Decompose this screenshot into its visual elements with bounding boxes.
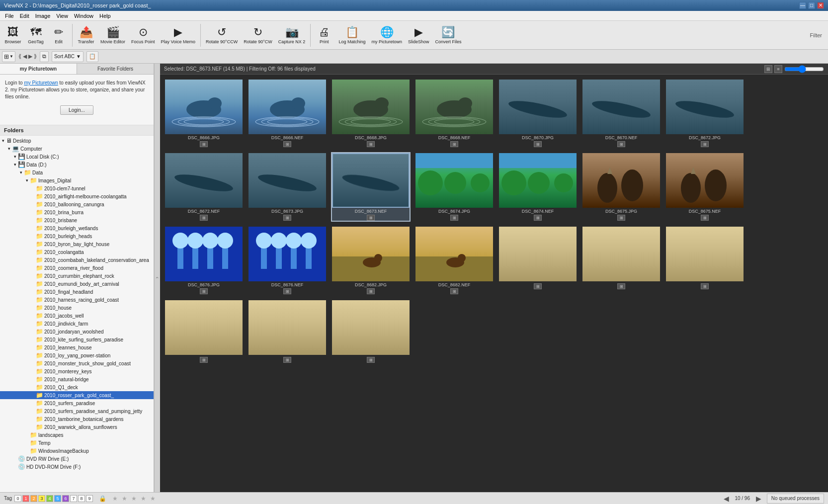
rating-star-2[interactable]: ★ — [122, 495, 127, 502]
thumbnail-item[interactable]: DSC_8676.NEF⊞ — [248, 226, 327, 295]
thumbnail-badge[interactable]: ⊞ — [200, 215, 208, 221]
folder-item[interactable]: 📁2010_eumundi_body_art_carnival — [0, 280, 154, 288]
thumbnail-item[interactable]: ⊞ — [498, 226, 578, 295]
folder-item[interactable]: 📁2010_surfers_paradise — [0, 399, 154, 407]
folder-item[interactable]: 📁2010_monster_truck_show_gold_coast — [0, 359, 154, 367]
folder-item[interactable]: 📁2010_surfers_paradise_sand_pumping_jett… — [0, 407, 154, 415]
maximize-btn[interactable]: □ — [808, 2, 815, 9]
rotate-cw-button[interactable]: ↻ Rotate 90°CW — [241, 22, 275, 48]
tag-num-2[interactable]: 2 — [30, 495, 37, 502]
window-controls[interactable]: — □ ✕ — [799, 2, 824, 9]
thumbnail-badge[interactable]: ⊞ — [200, 288, 208, 294]
tag-num-4[interactable]: 4 — [46, 495, 53, 502]
folder-item[interactable]: 📁2010_jindivick_farm — [0, 320, 154, 328]
thumbnail-item[interactable]: ⊞ — [331, 299, 411, 364]
nav-next-page-btn[interactable]: ▶ — [754, 495, 763, 503]
tab-my-picturetown[interactable]: my Picturetown — [0, 64, 77, 74]
rating-star-1[interactable]: ★ — [112, 495, 118, 502]
folder-item[interactable]: 📁2010_Q1_deck — [0, 383, 154, 391]
thumbnail-item[interactable]: ⊞ — [248, 299, 327, 364]
thumbnail-badge[interactable]: ⊞ — [534, 283, 542, 289]
tag-num-6[interactable]: 6 — [62, 495, 69, 502]
folder-item[interactable]: 📁2010_jondaryan_woolshed — [0, 328, 154, 336]
thumbnail-item[interactable]: DSC_8675.NEF⊞ — [665, 152, 745, 222]
thumbnail-item[interactable]: ⊞ — [164, 299, 244, 364]
tag-num-1[interactable]: 1 — [22, 495, 29, 502]
thumbnail-item[interactable]: DSC_8672.JPG⊞ — [665, 79, 745, 148]
menu-image[interactable]: Image — [32, 11, 54, 21]
copy-btn[interactable]: ⧉ — [40, 51, 49, 62]
play-voice-memo-button[interactable]: ▶ Play Voice Memo — [159, 22, 198, 48]
folder-item[interactable]: 📁2010_natural-bridge — [0, 375, 154, 383]
convert-files-button[interactable]: 🔄 Convert Files — [432, 22, 464, 48]
folder-item[interactable]: ▾📁Data — [0, 168, 154, 176]
log-matching-button[interactable]: 📋 Log Matching — [336, 22, 368, 48]
menu-help[interactable]: Help — [96, 11, 114, 21]
thumbnail-badge[interactable]: ⊞ — [367, 288, 375, 294]
thumbnail-item[interactable]: DSC_8674.NEF⊞ — [498, 152, 578, 222]
view-list-btn[interactable]: ≡ — [774, 65, 782, 73]
nav-next-btn[interactable]: ▶ — [28, 53, 32, 60]
folder-item[interactable]: ▾🖥Desktop — [0, 137, 154, 145]
rating-star-3[interactable]: ★ — [131, 495, 137, 502]
folder-item[interactable]: 📁2010_fingal_headland — [0, 288, 154, 296]
thumbnail-badge[interactable]: ⊞ — [283, 357, 291, 363]
geotag-button[interactable]: 🗺 GeoTag — [25, 22, 47, 48]
view-mode-btn[interactable]: ⊞ ▼ — [2, 51, 15, 62]
rating-star-4[interactable]: ★ — [141, 495, 146, 502]
folder-item[interactable]: 📁2010_airflight-melbourne-coolangatta — [0, 192, 154, 200]
folder-item[interactable]: 📁2010_ballooning_canungra — [0, 200, 154, 208]
thumbnail-item[interactable]: DSC_8668.NEF⊞ — [414, 79, 494, 148]
transfer-button[interactable]: 📤 Transfer — [75, 22, 97, 48]
picturetown-link[interactable]: my Picturetown — [24, 80, 58, 85]
folder-item[interactable]: 📁2010_kite_surfing_surfers_paradise — [0, 336, 154, 343]
folder-item[interactable]: 📁2010_warwick_allora_sunflowers — [0, 423, 154, 431]
folder-toggle[interactable]: ▾ — [18, 170, 24, 175]
folder-item[interactable]: 📁2010_brina_burra — [0, 208, 154, 216]
tag-num-3[interactable]: 3 — [38, 495, 45, 502]
thumbnail-item[interactable]: DSC_8682.JPG⊞ — [331, 226, 411, 295]
thumbnail-item[interactable]: DSC_8666.NEF⊞ — [248, 79, 327, 148]
thumbnail-badge[interactable]: ⊞ — [450, 215, 458, 221]
panel-collapse-arrow[interactable]: ‹ — [154, 64, 160, 492]
print-button[interactable]: 🖨 Print — [313, 22, 335, 48]
folder-item[interactable]: 📁2010_coolangatta — [0, 248, 154, 256]
thumbnail-badge[interactable]: ⊞ — [367, 141, 375, 147]
folder-item[interactable]: 📁landscapes — [0, 431, 154, 439]
thumbnail-badge[interactable]: ⊞ — [450, 288, 458, 294]
tag-num-7[interactable]: 7 — [70, 495, 77, 502]
thumbnail-item[interactable]: DSC_8666.JPG⊞ — [164, 79, 244, 148]
folder-item[interactable]: 📁WindowsImageBackup — [0, 447, 154, 455]
folder-toggle[interactable]: ▾ — [12, 154, 18, 159]
thumbnail-badge[interactable]: ⊞ — [534, 215, 542, 221]
folder-item[interactable]: 📁2010_burleigh_wetlands — [0, 224, 154, 232]
folder-item[interactable]: 📁Temp — [0, 439, 154, 447]
thumbnail-badge[interactable]: ⊞ — [283, 141, 291, 147]
thumbnail-badge[interactable]: ⊞ — [367, 215, 375, 221]
rating-star-5[interactable]: ★ — [150, 495, 156, 502]
folder-item[interactable]: 📁2010_coombabah_lakeland_conservation_ar… — [0, 256, 154, 264]
folder-item[interactable]: 📁2010_loy_yang_power-station — [0, 351, 154, 359]
folder-toggle[interactable]: ▾ — [6, 146, 12, 151]
thumbnail-grid[interactable]: DSC_8666.JPG⊞DSC_8666.NEF⊞DSC_8668.JPG⊞D… — [160, 75, 828, 492]
movie-editor-button[interactable]: 🎬 Movie Editor — [98, 22, 128, 48]
folder-item[interactable]: ▾📁Images_Digital — [0, 176, 154, 184]
folder-item[interactable]: 📁2010_leannes_house — [0, 343, 154, 351]
menu-window[interactable]: Window — [71, 11, 96, 21]
folder-item[interactable]: 📁2010_coomera_river_flood — [0, 264, 154, 272]
thumbnail-item[interactable]: DSC_8668.JPG⊞ — [331, 79, 411, 148]
tag-num-9[interactable]: 9 — [86, 495, 93, 502]
folder-item[interactable]: ▾💾Data (D:) — [0, 161, 154, 168]
close-btn[interactable]: ✕ — [817, 2, 824, 9]
thumbnail-badge[interactable]: ⊞ — [200, 141, 208, 147]
thumbnail-item[interactable]: DSC_8675.JPG⊞ — [581, 152, 661, 222]
folder-item[interactable]: 📁2010_byron_bay_light_house — [0, 240, 154, 248]
folder-item[interactable]: 📁2010_tamborine_botanical_gardens — [0, 415, 154, 423]
folder-toggle[interactable]: ▾ — [12, 162, 18, 167]
thumbnail-item[interactable]: DSC_8674.JPG⊞ — [414, 152, 494, 222]
thumbnail-badge[interactable]: ⊞ — [701, 141, 709, 147]
minimize-btn[interactable]: — — [799, 2, 806, 9]
thumbnail-item[interactable]: DSC_8670.NEF⊞ — [581, 79, 661, 148]
view-grid-btn[interactable]: ⊞ — [764, 65, 772, 73]
my-picturetown-button[interactable]: 🌐 my Picturetown — [369, 22, 405, 48]
